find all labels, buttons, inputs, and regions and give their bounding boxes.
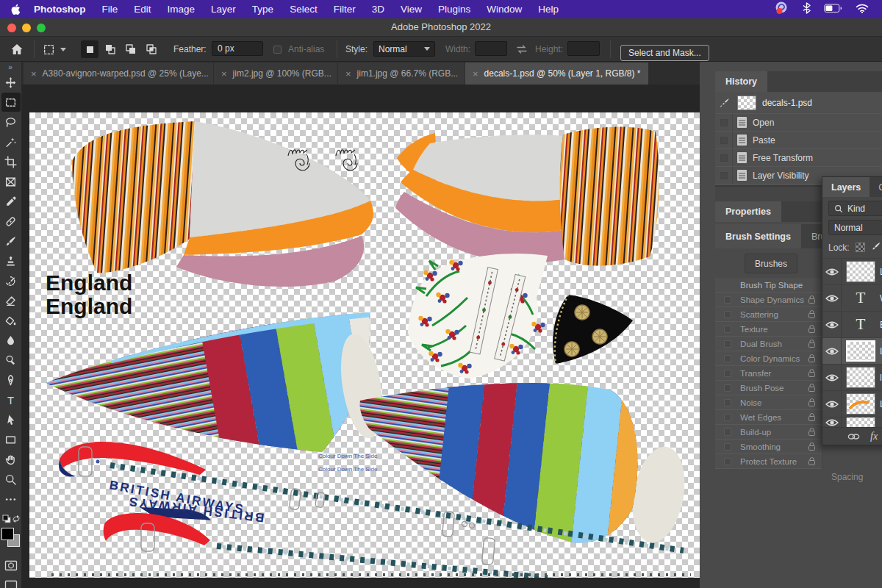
layer-style-fx-icon[interactable]: fx [870,431,878,442]
history-source-row[interactable]: decals-1.psd [715,92,882,114]
checkbox[interactable] [724,429,731,436]
type-tool[interactable]: T [1,390,21,409]
menu-file[interactable]: File [102,4,118,15]
wifi-icon[interactable] [856,4,869,15]
add-to-selection-button[interactable] [101,40,119,58]
rectangular-marquee-tool[interactable] [1,93,21,112]
select-and-mask-button[interactable]: Select and Mask... [620,45,709,61]
layer-thumbnail[interactable] [846,417,875,427]
text-layer-thumbnail[interactable]: T [846,314,875,335]
layer-row[interactable]: T E [822,311,882,337]
document-tab-active[interactable]: ×decals-1.psd @ 50% (Layer 1, RGB/8) * [465,62,648,85]
brush-setting-item[interactable]: Wet Edges [715,410,822,425]
visibility-eye-icon[interactable] [822,312,842,337]
history-step[interactable]: Open [715,114,882,132]
lasso-tool[interactable] [1,112,21,132]
document-tab[interactable]: ×jim2.jpg @ 100% (RGB... [214,62,337,85]
blur-tool[interactable] [1,331,21,350]
tool-preset-marquee-icon[interactable] [43,37,55,62]
move-tool[interactable] [1,73,21,92]
history-step[interactable]: Paste [715,132,882,149]
visibility-eye-icon[interactable] [822,338,842,364]
visibility-eye-icon[interactable] [822,365,842,390]
brush-settings-tab[interactable]: Brush Settings [715,224,801,248]
history-brush-tool[interactable] [1,271,21,290]
healing-brush-tool[interactable] [1,212,21,231]
swap-dimensions-icon[interactable] [516,37,528,62]
rectangle-tool[interactable] [1,430,21,449]
menu-photoshop[interactable]: Photoshop [34,4,86,15]
eraser-tool[interactable] [1,291,21,310]
visibility-eye-icon[interactable] [822,417,842,427]
menu-plugins[interactable]: Plugins [438,4,470,15]
brush-setting-item[interactable]: Noise [715,395,822,410]
bluetooth-icon[interactable] [803,2,811,16]
width-input[interactable] [475,41,507,56]
clone-stamp-tool[interactable] [1,251,21,270]
tool-preset-chevron-icon[interactable] [60,37,66,62]
checkbox[interactable] [724,414,731,421]
height-input[interactable] [567,41,600,56]
checkbox[interactable] [724,326,731,333]
spacing-control[interactable]: Spacing [825,472,863,482]
blend-mode-dropdown[interactable]: Normal [828,220,882,235]
screen-mirroring-icon[interactable] [773,1,789,18]
magic-wand-tool[interactable] [1,132,21,151]
document-tab[interactable]: ×A380-avignon-warped.psd @ 25% (Laye... [24,62,213,85]
subtract-from-selection-button[interactable] [122,40,140,58]
lock-pixels-brush-icon[interactable] [871,241,881,254]
lock-transparency-icon[interactable] [856,243,865,252]
document-canvas[interactable]: England England [29,112,700,578]
quick-mask-button[interactable] [1,556,21,575]
toolbar-expand-button[interactable]: » [0,62,21,72]
crop-tool[interactable] [1,152,21,171]
brush-setting-item[interactable]: Brush Tip Shape [715,278,822,293]
brush-setting-item[interactable]: Dual Brush [715,337,822,351]
menu-filter[interactable]: Filter [334,4,356,15]
visibility-eye-icon[interactable] [822,391,842,417]
checkbox[interactable] [724,399,731,406]
layer-thumbnail-selected[interactable] [846,340,875,362]
layer-row[interactable]: L [822,390,882,417]
checkbox[interactable] [724,443,731,451]
checkbox[interactable] [724,384,731,392]
layer-row-selected[interactable]: L [822,337,882,364]
apple-icon[interactable] [10,4,21,15]
properties-tab[interactable]: Properties [715,201,781,222]
eyedropper-tool[interactable] [1,192,21,211]
layer-row[interactable]: T W [822,284,882,311]
brushes-button[interactable]: Brushes [745,254,797,273]
tab-close-icon[interactable]: × [31,68,37,79]
layer-row[interactable]: le [822,364,882,390]
brush-setting-item[interactable]: Brush Pose [715,381,822,395]
brush-setting-item[interactable]: Shape Dynamics [715,293,822,307]
menu-select[interactable]: Select [290,4,318,15]
menu-window[interactable]: Window [487,4,522,15]
brush-setting-item[interactable]: Protect Texture [715,454,822,469]
checkbox[interactable] [724,340,731,348]
foreground-color-swatch[interactable] [1,528,14,540]
document-tab[interactable]: ×jim1.jpg @ 66.7% (RGB... [338,62,465,85]
brush-tool[interactable] [1,232,21,251]
brush-setting-item[interactable]: Smoothing [715,440,822,454]
menu-help[interactable]: Help [538,4,559,15]
brush-setting-item[interactable]: Texture [715,322,822,337]
frame-tool[interactable] [1,172,21,191]
checkbox[interactable] [724,296,731,304]
new-selection-button[interactable] [81,40,98,58]
brush-setting-item[interactable]: Transfer [715,366,822,381]
text-layer-thumbnail[interactable]: T [846,287,875,309]
layer-thumbnail[interactable] [846,367,875,388]
menu-edit[interactable]: Edit [134,4,151,15]
link-layers-icon[interactable] [847,430,860,443]
paint-bucket-tool[interactable] [1,311,21,330]
anti-alias-checkbox[interactable] [273,45,282,54]
tab-close-icon[interactable]: × [221,68,227,79]
layer-filter-kind[interactable]: Kind [828,201,882,216]
home-button[interactable] [10,37,24,62]
checkbox[interactable] [724,355,731,362]
feather-input[interactable]: 0 px [212,41,263,56]
history-tab[interactable]: History [715,71,767,92]
zoom-tool[interactable] [1,470,21,489]
menu-image[interactable]: Image [168,4,196,15]
